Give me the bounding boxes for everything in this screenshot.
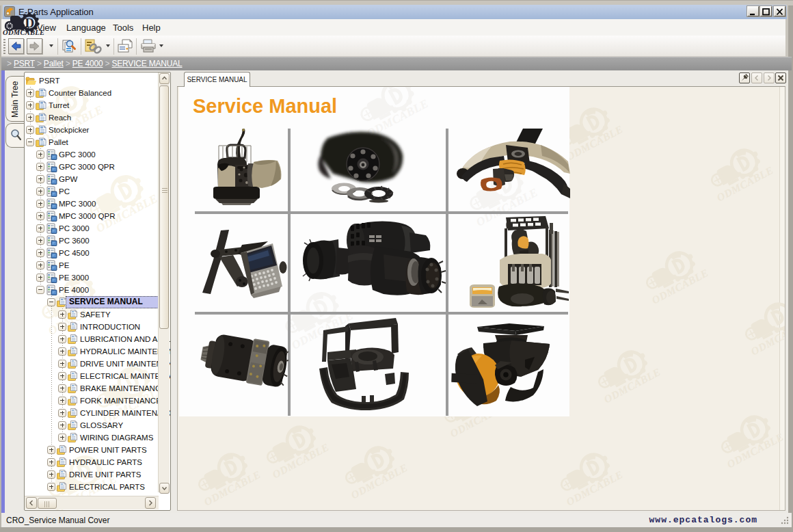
svg-text:ODMCABLE: ODMCABLE xyxy=(3,29,44,36)
